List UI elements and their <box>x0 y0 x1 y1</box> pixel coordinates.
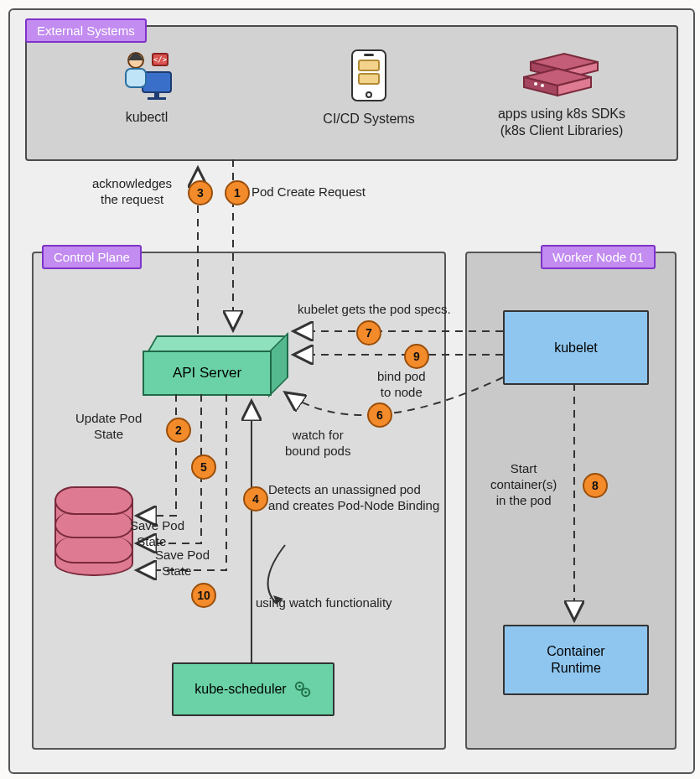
api-server-label: API Server <box>173 365 241 382</box>
kubelet-box: kubelet <box>503 310 649 385</box>
label-pod-create: Pod Create Request <box>251 184 366 200</box>
svg-rect-2 <box>148 97 166 100</box>
label-save-pod-l2: State <box>137 534 166 548</box>
svg-rect-1 <box>154 92 159 97</box>
label-bind-pod-l2: to node <box>381 385 423 399</box>
external-systems-label: External Systems <box>25 18 147 43</box>
kubelet-label: kubelet <box>554 340 598 356</box>
step-1-badge: 1 <box>225 180 250 205</box>
external-apps: apps using k8s SDKs (k8s Client Librarie… <box>469 49 654 139</box>
etcd-database-icon <box>54 486 130 579</box>
worker-node-label: Worker Node 01 <box>541 245 656 269</box>
servers-icon <box>516 49 608 97</box>
svg-point-23 <box>304 691 307 693</box>
svg-rect-10 <box>359 74 379 84</box>
label-start-c-l1: Start <box>511 461 537 475</box>
label-start-c-l3: in the pod <box>496 493 552 507</box>
label-ack-l1: acknowledges <box>92 176 172 190</box>
kubectl-label: kubectl <box>84 109 210 126</box>
kube-scheduler-label: kube-scheduler <box>194 682 286 697</box>
developer-icon: </> <box>117 49 176 101</box>
svg-rect-0 <box>143 72 171 92</box>
kube-scheduler-box: kube-scheduler <box>172 662 334 716</box>
label-watch-func: using watch functionality <box>256 595 392 611</box>
label-watch-bound-l1: watch for <box>293 428 344 442</box>
step-2-badge: 2 <box>166 418 191 443</box>
cicd-label: CI/CD Systems <box>306 111 432 127</box>
gear-icon <box>293 680 312 699</box>
label-bind-pod-l1: bind pod <box>377 369 426 383</box>
svg-rect-4 <box>126 69 146 87</box>
step-6-badge: 6 <box>367 402 392 428</box>
label-update-pod-l1: Update Pod <box>75 411 142 425</box>
label-kubelet-specs: kubelet gets the pod specs. <box>298 302 451 318</box>
diagram-canvas: External Systems </> kubectl CI/CD Syste… <box>0 0 700 779</box>
svg-point-19 <box>541 84 544 87</box>
step-3-badge: 3 <box>188 180 213 205</box>
label-save-pod2-l1: Save Pod <box>155 548 210 562</box>
label-start-c-l2: container(s) <box>490 477 557 491</box>
label-update-pod-l2: State <box>94 427 123 441</box>
step-5-badge: 5 <box>191 454 216 480</box>
container-runtime-l2: Runtime <box>551 660 601 677</box>
svg-rect-9 <box>359 60 379 70</box>
step-4-badge: 4 <box>243 486 268 512</box>
step-7-badge: 7 <box>356 320 381 345</box>
step-8-badge: 8 <box>583 473 608 498</box>
container-runtime-l1: Container <box>547 643 604 660</box>
phone-icon <box>350 49 387 102</box>
step-10-badge: 10 <box>191 583 216 608</box>
label-detect-l1: Detects an unassigned pod <box>268 482 421 496</box>
control-plane-label: Control Plane <box>42 245 142 269</box>
apps-label-line1: apps using k8s SDKs <box>498 106 625 121</box>
step-9-badge: 9 <box>404 344 429 369</box>
svg-rect-11 <box>364 54 374 56</box>
label-save-pod2-l2: State <box>162 563 191 578</box>
svg-text:</>: </> <box>153 55 168 64</box>
container-runtime-box: Container Runtime <box>503 625 649 695</box>
label-ack-l2: the request <box>101 192 163 206</box>
svg-point-22 <box>298 685 301 688</box>
apps-label-line2: (k8s Client Libraries) <box>500 123 624 138</box>
label-detect-l2: and creates Pod-Node Binding <box>268 498 439 512</box>
label-save-pod-l1: Save Pod <box>130 518 184 532</box>
external-kubectl: </> kubectl <box>84 49 210 126</box>
external-cicd: CI/CD Systems <box>306 49 432 127</box>
svg-point-18 <box>534 82 537 86</box>
label-watch-bound-l2: bound pods <box>285 444 350 458</box>
